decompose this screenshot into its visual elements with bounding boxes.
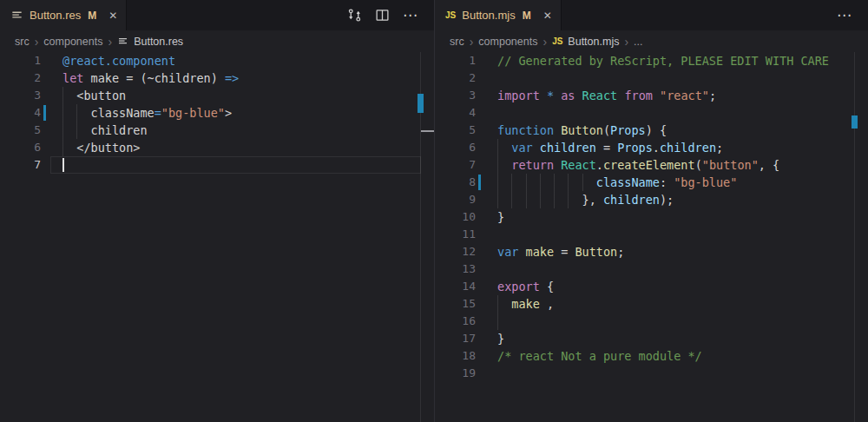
indent-guides — [497, 191, 582, 208]
indent-guides — [62, 122, 91, 139]
indent-guides — [497, 295, 511, 313]
code-editor[interactable]: 1// Generated by ReScript, PLEASE EDIT W… — [435, 52, 868, 422]
code-text: children — [62, 122, 421, 139]
code-line[interactable]: 2let make = (~children) => — [0, 69, 421, 87]
code-text: let make = (~children) => — [62, 69, 421, 87]
code-line[interactable]: 7return React.createElement("button", { — [435, 156, 855, 174]
overview-ruler[interactable] — [854, 52, 868, 422]
gutter — [41, 52, 62, 69]
chevron-right-icon: › — [542, 36, 547, 48]
breadcrumb-components[interactable]: components — [43, 36, 102, 48]
code-line[interactable]: 9}, children); — [435, 191, 855, 208]
line-number: 4 — [0, 104, 41, 122]
breadcrumb-symbol-ellipsis[interactable]: ... — [634, 36, 642, 48]
code-line[interactable]: 4className="bg-blue"> — [0, 104, 421, 122]
ruler-modified-mark — [852, 115, 858, 129]
close-icon[interactable]: ✕ — [108, 10, 117, 22]
code-line[interactable]: 19 — [435, 365, 855, 382]
code-line[interactable]: 5children — [0, 122, 421, 139]
tab-title: Button.mjs — [462, 9, 515, 22]
tab-button-res[interactable]: Button.res M ✕ — [0, 0, 127, 30]
indent-guides — [497, 139, 511, 156]
indent-guides — [497, 156, 511, 174]
text-cursor — [62, 158, 64, 172]
indent-guides — [62, 104, 91, 122]
code-line[interactable]: 3<button — [0, 87, 421, 104]
line-number: 15 — [435, 295, 476, 313]
file-lines-icon — [117, 36, 128, 47]
line-number: 5 — [0, 122, 41, 139]
code-line[interactable]: 17} — [435, 330, 855, 347]
editor-actions: ⋯ — [837, 0, 868, 30]
gutter — [476, 139, 497, 156]
gutter — [476, 191, 497, 208]
line-number: 14 — [435, 278, 476, 295]
gutter — [41, 69, 62, 87]
tab-button-mjs[interactable]: JS Button.mjs M ✕ — [435, 0, 562, 30]
gutter — [476, 313, 497, 330]
code-line[interactable]: 7 — [0, 156, 421, 174]
code-line[interactable]: 12var make = Button; — [435, 243, 855, 260]
gutter — [476, 156, 497, 174]
code-line[interactable]: 10} — [435, 208, 855, 226]
gutter — [476, 243, 497, 260]
code-line[interactable]: 3import * as React from "react"; — [435, 87, 855, 104]
breadcrumb-src[interactable]: src — [450, 36, 464, 48]
breadcrumb-components[interactable]: components — [478, 36, 537, 48]
line-number: 6 — [435, 139, 476, 156]
editor-actions: ⋯ — [347, 0, 434, 30]
line-number: 4 — [435, 104, 476, 122]
open-changes-icon[interactable] — [347, 8, 362, 23]
code-text: export { — [497, 278, 855, 295]
gutter — [41, 156, 62, 174]
code-text: return React.createElement("button", { — [497, 156, 855, 174]
gutter-modified-marker — [41, 104, 62, 122]
gutter — [41, 139, 62, 156]
code-line[interactable]: 1// Generated by ReScript, PLEASE EDIT W… — [435, 52, 855, 69]
gutter — [476, 330, 497, 347]
code-line[interactable]: 13 — [435, 260, 855, 278]
overview-ruler[interactable] — [420, 52, 434, 422]
gutter — [41, 87, 62, 104]
code-line[interactable]: 4 — [435, 104, 855, 122]
code-line[interactable]: 14export { — [435, 278, 855, 295]
code-line[interactable]: 11 — [435, 226, 855, 243]
breadcrumb-src[interactable]: src — [15, 36, 30, 48]
line-number: 9 — [435, 191, 476, 208]
line-number: 2 — [435, 69, 476, 87]
code-text: /* react Not a pure module */ — [497, 347, 855, 365]
line-number: 3 — [0, 87, 41, 104]
code-line[interactable]: 5function Button(Props) { — [435, 122, 855, 139]
gutter — [476, 260, 497, 278]
code-line[interactable]: 6</button> — [0, 139, 421, 156]
code-line[interactable]: 6var children = Props.children; — [435, 139, 855, 156]
code-text — [62, 156, 421, 174]
line-number: 1 — [0, 52, 41, 69]
breadcrumb-file[interactable]: Button.mjs — [568, 36, 619, 48]
code-line[interactable]: 18/* react Not a pure module */ — [435, 347, 855, 365]
more-actions-icon[interactable]: ⋯ — [837, 8, 852, 23]
chevron-right-icon: › — [35, 36, 39, 48]
code-line[interactable]: 8className: "bg-blue" — [435, 174, 855, 191]
code-line[interactable]: 1@react.component — [0, 52, 421, 69]
code-line[interactable]: 15make , — [435, 295, 855, 313]
gutter — [41, 122, 62, 139]
chevron-right-icon: › — [108, 36, 112, 48]
close-icon[interactable]: ✕ — [543, 10, 552, 22]
code-text — [497, 260, 855, 278]
split-editor-icon[interactable] — [375, 8, 390, 23]
code-editor[interactable]: 1@react.component2let make = (~children)… — [0, 52, 434, 422]
line-number: 10 — [435, 208, 476, 226]
indent-guides — [62, 139, 76, 156]
more-actions-icon[interactable]: ⋯ — [403, 8, 418, 23]
modified-badge: M — [523, 10, 531, 22]
chevron-right-icon: › — [624, 36, 628, 48]
code-line[interactable]: 16 — [435, 313, 855, 330]
gutter — [476, 87, 497, 104]
gutter — [476, 278, 497, 295]
line-number: 6 — [0, 139, 41, 156]
gutter — [476, 122, 497, 139]
editor-pane-button-res: Button.res M ✕ — [0, 0, 434, 422]
breadcrumb-file[interactable]: Button.res — [134, 36, 183, 48]
code-line[interactable]: 2 — [435, 69, 855, 87]
